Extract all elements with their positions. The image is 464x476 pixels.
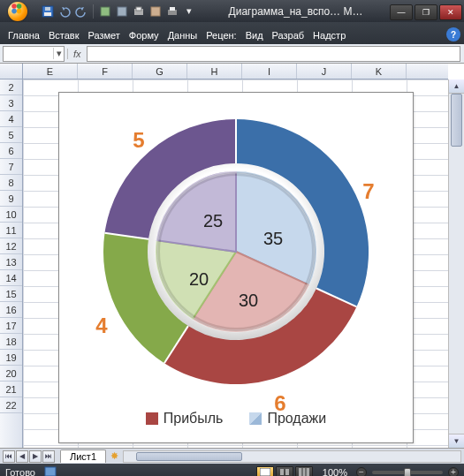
select-all-corner[interactable] [0,64,23,79]
row-header[interactable]: 3 [0,95,22,111]
sheet-tab[interactable]: Лист1 [60,450,106,463]
cells-area[interactable]: 35 30 20 25 7 6 4 5 Прибыль [23,79,448,448]
row-header[interactable]: 13 [0,254,22,270]
print-preview-icon[interactable] [132,4,146,19]
inner-label-20: 20 [189,269,209,289]
sheet-nav-first-icon[interactable]: ⏮ [3,450,15,463]
row-header[interactable]: 5 [0,127,22,143]
row-header[interactable]: 11 [0,223,22,238]
undo-icon[interactable] [57,4,72,19]
sheet-tab-bar: ⏮ ◀ ▶ ⏭ Лист1 ✸ [0,448,464,464]
fx-label[interactable]: fx [67,49,87,59]
svg-rect-1 [44,12,51,16]
qat-icon-2[interactable] [115,4,129,19]
row-header[interactable]: 6 [0,143,22,159]
row-header[interactable]: 2 [0,79,22,95]
row-header[interactable]: 9 [0,191,22,207]
sheet-nav-prev-icon[interactable]: ◀ [16,450,28,463]
scroll-down-icon[interactable]: ▼ [449,434,464,448]
tab-data[interactable]: Данны [164,26,202,44]
scroll-up-icon[interactable]: ▲ [449,79,464,94]
legend-label-sales: Продажи [267,411,326,427]
col-header[interactable]: E [23,64,78,79]
formula-input[interactable] [87,46,460,62]
col-header[interactable]: I [242,64,297,79]
row-header[interactable]: 20 [0,366,22,382]
svg-rect-22 [285,469,289,475]
qat-icon-3[interactable] [148,4,163,19]
qat-icon-1[interactable] [98,4,112,19]
col-header[interactable]: J [297,64,352,79]
svg-rect-19 [260,468,270,476]
svg-rect-6 [136,7,141,11]
svg-rect-7 [151,7,160,16]
row-header[interactable]: 4 [0,111,22,127]
outer-label-5: 5 [133,128,144,152]
row-headers: 2 3 4 5 6 7 8 9 10 11 12 13 14 15 16 17 … [0,79,23,448]
name-box-dropdown-icon[interactable]: ▾ [53,48,64,59]
col-header[interactable]: G [133,64,187,79]
row-header[interactable]: 12 [0,238,22,254]
office-button[interactable] [0,0,35,22]
save-icon[interactable] [41,4,55,19]
view-page-layout-icon[interactable] [276,466,293,477]
scroll-thumb[interactable] [451,94,462,147]
zoom-in-icon[interactable]: + [448,467,459,477]
row-header[interactable]: 17 [0,318,22,334]
inner-label-30: 30 [239,291,258,310]
zoom-slider[interactable] [372,471,443,474]
tab-review[interactable]: Рецен: [202,26,240,44]
row-header[interactable]: 7 [0,159,22,175]
minimize-button[interactable]: — [390,4,413,20]
tab-developer[interactable]: Разраб [268,26,309,44]
row-header[interactable]: 8 [0,175,22,191]
vertical-scrollbar[interactable]: ▲ ▼ [448,79,464,448]
tab-view[interactable]: Вид [241,26,268,44]
tab-home[interactable]: Главна [4,26,44,44]
tab-layout[interactable]: Размет [83,26,124,44]
tab-formulas[interactable]: Форму [125,26,164,44]
row-header[interactable]: 19 [0,350,22,366]
worksheet-grid: E F G H I J K 2 3 4 5 6 7 8 9 10 11 12 1… [0,64,464,448]
row-header[interactable]: 15 [0,286,22,302]
svg-rect-18 [45,467,56,476]
qat-dropdown-icon[interactable]: ▾ [182,4,196,19]
status-bar: Готово 100% − + [0,464,464,476]
outer-label-7: 7 [362,179,374,203]
print-icon[interactable] [165,4,179,19]
quick-access-toolbar: ▾ [35,4,202,19]
svg-rect-21 [280,469,284,475]
horizontal-scrollbar[interactable] [123,450,461,463]
legend-swatch-sales [249,412,262,425]
row-header[interactable]: 14 [0,270,22,286]
col-header[interactable]: H [187,64,242,79]
view-normal-icon[interactable] [256,466,274,477]
close-button[interactable]: ✕ [439,4,462,20]
inner-label-35: 35 [263,229,283,248]
redo-icon[interactable] [74,4,88,19]
chart-object[interactable]: 35 30 20 25 7 6 4 5 Прибыль [58,92,414,443]
outer-label-4: 4 [95,314,108,337]
col-header[interactable]: F [78,64,133,79]
tab-insert[interactable]: Вставк [44,26,84,44]
help-icon[interactable]: ? [446,27,460,42]
row-header[interactable]: 22 [0,397,22,413]
zoom-out-icon[interactable]: − [356,467,367,477]
maximize-button[interactable]: ❐ [415,4,437,20]
doughnut-chart: 35 30 20 25 7 6 4 5 [59,93,413,411]
row-header[interactable]: 18 [0,334,22,350]
office-orb-icon [8,2,27,21]
name-box[interactable]: ▾ [3,46,65,62]
insert-sheet-icon[interactable]: ✸ [108,450,120,463]
zoom-level[interactable]: 100% [314,467,356,477]
sheet-nav-next-icon[interactable]: ▶ [29,450,42,463]
sheet-nav-last-icon[interactable]: ⏭ [42,450,55,463]
row-header[interactable]: 10 [0,207,22,223]
col-header[interactable]: K [352,64,407,79]
view-page-break-icon[interactable] [295,466,313,477]
row-header[interactable]: 16 [0,302,22,318]
hscroll-thumb[interactable] [136,452,242,461]
tab-addins[interactable]: Надстр [308,26,350,44]
window-title: Диаграмма_на_вспо… M… [202,5,390,18]
row-header[interactable]: 21 [0,382,22,397]
